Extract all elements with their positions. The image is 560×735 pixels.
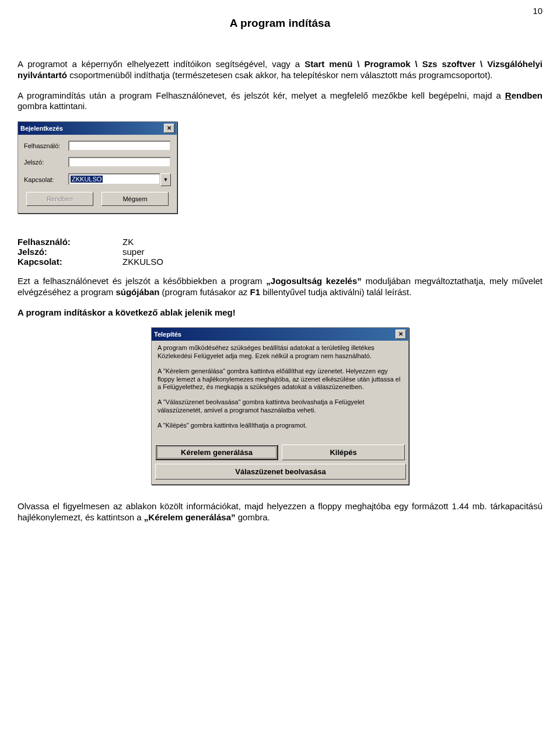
install-text-1: A program működéséhez szükséges beállítá… — [158, 344, 402, 360]
install-text-3: A "Válaszüzenet beolvasása" gombra katti… — [158, 398, 402, 415]
login-user-label: Felhasználó: — [24, 142, 68, 149]
text: gombra. — [236, 512, 270, 522]
text: Olvassa el figyelmesen az ablakon közölt… — [18, 501, 542, 522]
login-pass-input[interactable] — [68, 157, 171, 167]
credentials-table: Felhasználó:ZK Jelszó:super Kapcsolat:ZK… — [18, 237, 542, 267]
login-titlebar: Bejelentkezés ✕ — [18, 122, 177, 135]
paragraph-4: A program indításkor a következő ablak j… — [18, 307, 542, 318]
ok-button[interactable]: Rendben — [26, 192, 93, 206]
paragraph-2: A programindítás után a program Felhaszn… — [18, 90, 542, 113]
login-user-input[interactable] — [68, 141, 171, 151]
install-titlebar: Telepítés ✕ — [152, 328, 408, 341]
chevron-down-icon[interactable]: ▼ — [160, 173, 171, 186]
install-text-4: A "Kilépés" gombra kattintva leállíthatj… — [158, 422, 402, 430]
text: A programot a képernyőn elhelyezett indí… — [18, 59, 304, 69]
install-title: Telepítés — [154, 331, 181, 338]
login-conn-combo[interactable]: ZKKULSO — [68, 173, 160, 185]
text-bold: endben — [512, 90, 542, 100]
login-dialog: Bejelentkezés ✕ Felhasználó: Jelszó: Kap… — [18, 121, 177, 214]
text: Ezt a felhasználónevet és jelszót a késő… — [18, 276, 266, 286]
cred-conn-label: Kapcsolat: — [18, 257, 123, 267]
install-dialog: Telepítés ✕ A program működéséhez szüksé… — [151, 327, 409, 485]
text: gombra kattintani. — [18, 101, 87, 111]
page-title: A program indítása — [18, 17, 542, 30]
page-number: 10 — [18, 6, 542, 16]
cred-user-value: ZK — [123, 237, 134, 247]
text-bold: „Kérelem generálása” — [144, 512, 236, 522]
login-conn-label: Kapcsolat: — [24, 176, 68, 183]
cred-user-label: Felhasználó: — [18, 237, 123, 247]
install-text-2: A "Kérelem generálása" gombra kattintva … — [158, 368, 402, 391]
text: (program futásakor az — [159, 287, 250, 297]
cred-pass-value: super — [123, 247, 145, 257]
exit-button[interactable]: Kilépés — [282, 444, 405, 460]
cancel-button[interactable]: Mégsem — [102, 192, 169, 206]
text: billentyűvel tudja aktiválni) talál leír… — [260, 287, 411, 297]
text-bold: „Jogosultság kezelés” — [266, 276, 361, 286]
login-conn-value: ZKKULSO — [71, 176, 103, 183]
text-bold: súgójában — [116, 287, 159, 297]
login-pass-label: Jelszó: — [24, 159, 68, 166]
text-bold: F1 — [250, 287, 261, 297]
read-response-button[interactable]: Válaszüzenet beolvasása — [155, 464, 406, 480]
paragraph-3: Ezt a felhasználónevet és jelszót a késő… — [18, 276, 542, 298]
text: csoportmenüből indíthatja (természetesen… — [67, 70, 493, 80]
paragraph-1: A programot a képernyőn elhelyezett indí… — [18, 59, 542, 81]
generate-request-button[interactable]: Kérelem generálása — [155, 444, 278, 460]
paragraph-closing: Olvassa el figyelmesen az ablakon közölt… — [18, 501, 542, 523]
close-icon[interactable]: ✕ — [396, 330, 406, 339]
text-bold: R — [505, 90, 512, 100]
text: A programindítás után a program Felhaszn… — [18, 90, 505, 100]
cred-pass-label: Jelszó: — [18, 247, 123, 257]
close-icon[interactable]: ✕ — [164, 124, 174, 133]
login-title: Bejelentkezés — [20, 125, 63, 132]
cred-conn-value: ZKKULSO — [123, 257, 163, 267]
